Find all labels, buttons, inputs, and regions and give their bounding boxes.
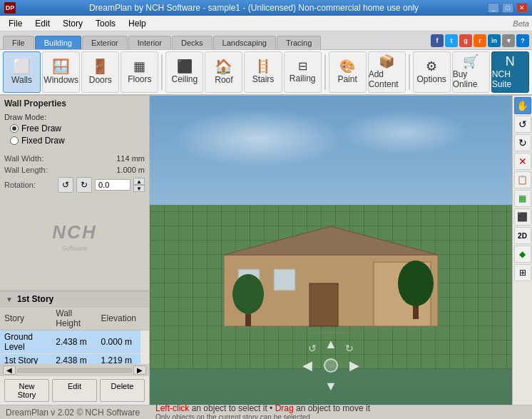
tool-stairs[interactable]: 🪜 Stairs [244,51,282,93]
move-hint: an object to move it [296,403,370,413]
wall-width-value: 114 mm [58,154,145,163]
scroll-right[interactable]: ▶ [133,365,146,375]
viewport[interactable]: ▲ ▼ ◀ ▶ ↺ ↻ [150,96,512,405]
social-google[interactable]: g [459,34,472,47]
add-content-label: Add Content [369,69,405,89]
options-label: Options [416,74,446,84]
social-facebook[interactable]: f [431,34,444,47]
tool-windows[interactable]: 🪟 Windows [42,51,80,93]
col-elevation: Elevation [97,307,140,330]
tool-doors[interactable]: 🚪 Doors [81,51,119,93]
tab-file[interactable]: File [3,36,34,49]
rt-page-button[interactable]: 📋 [514,171,531,188]
nav-right[interactable]: ▶ [349,358,359,373]
social-twitter[interactable]: t [445,34,458,47]
rt-hand-button[interactable]: ✋ [514,97,531,114]
fixed-draw-label: Fixed Draw [21,136,65,146]
story-table: Story Wall Height Elevation Ground Level… [0,307,149,364]
ceiling-label: Ceiling [171,74,198,84]
new-story-button[interactable]: New Story [4,379,49,402]
tab-tracing[interactable]: Tracing [277,36,321,49]
svg-rect-3 [274,269,295,291]
nav-rotate-left[interactable]: ↺ [308,343,317,354]
tab-decks[interactable]: Decks [172,36,213,49]
window-title: DreamPlan by NCH Software - sample1 - (U… [20,3,488,13]
fixed-draw-option[interactable]: Fixed Draw [10,136,145,146]
free-draw-label: Free Draw [21,123,61,133]
rt-pan-button[interactable]: ↻ [514,134,531,151]
menu-edit[interactable]: Edit [29,17,56,30]
rotate-ccw-button[interactable]: ↺ [58,177,73,193]
help-icon[interactable]: ? [516,34,529,47]
windows-label: Windows [44,75,78,85]
social-rss[interactable]: r [474,34,486,47]
drag-hint: Drag [275,403,294,413]
tab-exterior[interactable]: Exterior [82,36,128,49]
tool-options[interactable]: ⚙ Options [413,51,451,93]
tool-roof[interactable]: 🏠 Roof [205,51,242,93]
tool-paint[interactable]: 🎨 Paint [329,51,367,93]
edit-story-button[interactable]: Edit [52,379,97,402]
tab-bar: File Building Exterior Interior Decks La… [0,31,532,50]
tool-floors[interactable]: ▦ Floors [121,51,158,93]
menu-story[interactable]: Story [57,17,88,30]
add-content-icon: 📦 [379,55,394,68]
free-draw-option[interactable]: Free Draw [10,123,145,133]
rotate-cw-button[interactable]: ↻ [76,177,92,193]
stairs-icon: 🪜 [255,60,271,73]
tool-nch-suite[interactable]: N NCH Suite [491,51,529,93]
house-3d-view [195,219,466,333]
menu-tools[interactable]: Tools [90,17,121,30]
scroll-left[interactable]: ◀ [3,365,16,375]
tab-interior[interactable]: Interior [128,36,171,49]
tool-ceiling[interactable]: ⬛ Ceiling [165,51,203,93]
tool-add-content[interactable]: 📦 Add Content [368,51,406,93]
nav-up[interactable]: ▲ [324,337,337,352]
tab-building[interactable]: Building [35,36,81,49]
rotation-input[interactable] [95,179,131,191]
maximize-button[interactable]: □ [502,3,513,13]
fixed-draw-radio[interactable] [10,136,19,145]
svg-marker-1 [224,226,438,255]
delete-story-button[interactable]: Delete [100,379,145,402]
nav-down[interactable]: ▼ [324,379,337,394]
col-scroll [140,307,149,330]
tab-landscaping[interactable]: Landscaping [213,36,276,49]
wall-height-value: 2.438 m [51,354,96,365]
nav-center[interactable] [324,358,338,373]
rotation-spin-down[interactable]: ▼ [133,185,145,192]
rt-orbit-button[interactable]: ↺ [514,116,531,133]
rt-cube-button[interactable]: ⬛ [514,208,531,226]
tool-railing[interactable]: ⊟ Railing [284,51,322,93]
rt-2d-button[interactable]: 2D [514,227,531,244]
rt-diamond-button[interactable]: ◆ [514,246,531,263]
rotation-spin-up[interactable]: ▲ [133,178,145,185]
social-linkedin[interactable]: in [488,34,501,47]
tool-walls[interactable]: ⬜ Walls [3,51,41,93]
wall-width-row: Wall Width: 114 mm [4,154,145,163]
tool-buy-online[interactable]: 🛒 Buy Online [452,51,490,93]
nav-control[interactable]: ▲ ▼ ◀ ▶ ↺ ↻ [302,337,359,394]
rt-layers-button[interactable]: ▦ [514,190,531,207]
rt-close-button[interactable]: ✕ [514,153,531,170]
nav-rotate-right[interactable]: ↻ [345,343,354,354]
free-draw-radio[interactable] [10,124,19,133]
table-row[interactable]: 1st Story 2.438 m 1.219 m [0,354,149,365]
menu-help[interactable]: Help [123,17,152,30]
beta-label: Beta [513,19,529,28]
paint-icon: 🎨 [339,60,355,73]
railing-icon: ⊟ [298,61,307,72]
nch-logo: NCH [52,221,96,243]
rt-grid-button[interactable]: ⊞ [514,264,531,281]
close-button[interactable]: ✕ [516,3,528,13]
wall-height-value: 2.438 m [51,330,96,354]
nch-suite-label: NCH Suite [492,69,528,89]
floors-label: Floors [128,74,151,84]
story-panel-header: ▼ 1st Story [0,292,149,307]
expand-icon[interactable]: ▾ [502,34,515,47]
nav-left[interactable]: ◀ [302,358,312,373]
windows-icon: 🪟 [52,59,70,74]
minimize-button[interactable]: _ [488,3,499,13]
menu-file[interactable]: File [3,17,28,30]
table-row[interactable]: Ground Level 2.438 m 0.000 m [0,330,149,354]
